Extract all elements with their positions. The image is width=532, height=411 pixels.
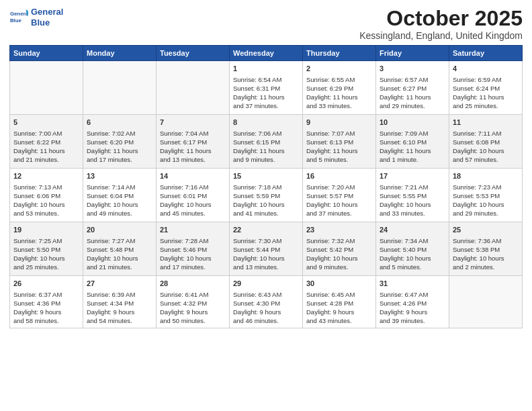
page: General Blue General Blue October 2025 K… [0,0,532,411]
day-info: Sunrise: 7:09 AMSunset: 6:10 PMDaylight:… [380,129,445,164]
weekday-header-cell: Thursday [303,46,376,61]
svg-text:General: General [10,11,28,17]
day-number: 28 [160,279,226,289]
day-info: Sunrise: 6:41 AMSunset: 4:32 PMDaylight:… [160,290,226,325]
day-number: 29 [233,279,299,289]
calendar-week-row: 19Sunrise: 7:25 AMSunset: 5:50 PMDayligh… [10,222,523,276]
day-number: 13 [87,171,152,181]
calendar-day-cell: 5Sunrise: 7:00 AMSunset: 6:22 PMDaylight… [10,115,83,169]
day-info: Sunrise: 6:59 AMSunset: 6:24 PMDaylight:… [453,75,519,110]
calendar-day-cell [83,61,157,115]
day-number: 15 [233,171,299,181]
day-info: Sunrise: 6:39 AMSunset: 4:34 PMDaylight:… [87,290,152,325]
calendar-day-cell: 20Sunrise: 7:27 AMSunset: 5:48 PMDayligh… [83,222,157,276]
weekday-header-cell: Friday [376,46,449,61]
day-info: Sunrise: 6:54 AMSunset: 6:31 PMDaylight:… [233,75,299,110]
calendar-day-cell: 7Sunrise: 7:04 AMSunset: 6:17 PMDaylight… [157,115,230,169]
calendar-day-cell: 17Sunrise: 7:21 AMSunset: 5:55 PMDayligh… [376,169,449,222]
calendar-day-cell: 24Sunrise: 7:34 AMSunset: 5:40 PMDayligh… [376,222,449,276]
day-info: Sunrise: 7:23 AMSunset: 5:53 PMDaylight:… [453,183,519,218]
day-info: Sunrise: 7:11 AMSunset: 6:08 PMDaylight:… [453,129,519,164]
day-number: 12 [13,171,79,181]
day-info: Sunrise: 7:13 AMSunset: 6:06 PMDaylight:… [13,183,79,218]
calendar-day-cell: 31Sunrise: 6:47 AMSunset: 4:26 PMDayligh… [376,276,449,328]
calendar-day-cell: 19Sunrise: 7:25 AMSunset: 5:50 PMDayligh… [10,222,83,276]
calendar-week-row: 12Sunrise: 7:13 AMSunset: 6:06 PMDayligh… [10,169,523,222]
day-number: 9 [306,118,372,128]
weekday-header: SundayMondayTuesdayWednesdayThursdayFrid… [10,46,523,61]
day-info: Sunrise: 7:00 AMSunset: 6:22 PMDaylight:… [13,129,79,164]
weekday-header-cell: Wednesday [230,46,303,61]
day-number: 4 [453,64,519,74]
calendar-day-cell [157,61,230,115]
day-info: Sunrise: 6:43 AMSunset: 4:30 PMDaylight:… [233,290,299,325]
calendar-day-cell: 13Sunrise: 7:14 AMSunset: 6:04 PMDayligh… [83,169,157,222]
calendar-day-cell: 14Sunrise: 7:16 AMSunset: 6:01 PMDayligh… [157,169,230,222]
day-info: Sunrise: 7:28 AMSunset: 5:46 PMDaylight:… [160,236,226,271]
calendar-day-cell: 8Sunrise: 7:06 AMSunset: 6:15 PMDaylight… [230,115,303,169]
day-number: 5 [13,118,79,128]
logo-line2: Blue [31,17,50,28]
day-info: Sunrise: 6:47 AMSunset: 4:26 PMDaylight:… [380,290,445,325]
day-info: Sunrise: 7:18 AMSunset: 5:59 PMDaylight:… [233,183,299,218]
logo-icon: General Blue [9,8,28,27]
logo-line1: General [31,7,63,17]
day-number: 18 [453,171,519,181]
day-number: 23 [306,225,372,235]
day-number: 19 [13,225,79,235]
day-number: 8 [233,118,299,128]
calendar: SundayMondayTuesdayWednesdayThursdayFrid… [9,45,523,328]
calendar-day-cell: 1Sunrise: 6:54 AMSunset: 6:31 PMDaylight… [230,61,303,115]
calendar-body: 1Sunrise: 6:54 AMSunset: 6:31 PMDaylight… [10,61,523,328]
day-info: Sunrise: 7:14 AMSunset: 6:04 PMDaylight:… [87,183,152,218]
day-info: Sunrise: 7:04 AMSunset: 6:17 PMDaylight:… [160,129,226,164]
day-number: 14 [160,171,226,181]
day-info: Sunrise: 7:34 AMSunset: 5:40 PMDaylight:… [380,236,445,271]
calendar-week-row: 1Sunrise: 6:54 AMSunset: 6:31 PMDaylight… [10,61,523,115]
day-info: Sunrise: 7:02 AMSunset: 6:20 PMDaylight:… [87,129,152,164]
day-info: Sunrise: 7:36 AMSunset: 5:38 PMDaylight:… [453,236,519,271]
calendar-day-cell: 12Sunrise: 7:13 AMSunset: 6:06 PMDayligh… [10,169,83,222]
calendar-day-cell: 9Sunrise: 7:07 AMSunset: 6:13 PMDaylight… [303,115,376,169]
day-number: 31 [380,279,445,289]
calendar-week-row: 5Sunrise: 7:00 AMSunset: 6:22 PMDaylight… [10,115,523,169]
svg-text:Blue: Blue [10,17,22,24]
day-number: 17 [380,171,445,181]
calendar-day-cell: 23Sunrise: 7:32 AMSunset: 5:42 PMDayligh… [303,222,376,276]
weekday-header-cell: Sunday [10,46,83,61]
day-info: Sunrise: 7:16 AMSunset: 6:01 PMDaylight:… [160,183,226,218]
day-number: 6 [87,118,152,128]
day-info: Sunrise: 7:20 AMSunset: 5:57 PMDaylight:… [306,183,372,218]
month-title: October 2025 [359,7,523,30]
day-info: Sunrise: 6:57 AMSunset: 6:27 PMDaylight:… [380,75,445,110]
day-info: Sunrise: 7:06 AMSunset: 6:15 PMDaylight:… [233,129,299,164]
day-number: 22 [233,225,299,235]
day-number: 16 [306,171,372,181]
calendar-day-cell: 10Sunrise: 7:09 AMSunset: 6:10 PMDayligh… [376,115,449,169]
day-number: 25 [453,225,519,235]
day-number: 27 [87,279,152,289]
calendar-day-cell: 27Sunrise: 6:39 AMSunset: 4:34 PMDayligh… [83,276,157,328]
day-number: 7 [160,118,226,128]
day-number: 10 [380,118,445,128]
day-number: 20 [87,225,152,235]
calendar-day-cell: 16Sunrise: 7:20 AMSunset: 5:57 PMDayligh… [303,169,376,222]
weekday-header-cell: Saturday [449,46,523,61]
calendar-day-cell: 4Sunrise: 6:59 AMSunset: 6:24 PMDaylight… [449,61,523,115]
logo: General Blue General Blue [9,7,63,28]
day-info: Sunrise: 7:07 AMSunset: 6:13 PMDaylight:… [306,129,372,164]
calendar-day-cell: 21Sunrise: 7:28 AMSunset: 5:46 PMDayligh… [157,222,230,276]
title-block: October 2025 Kessingland, England, Unite… [359,7,523,41]
day-number: 26 [13,279,79,289]
day-number: 3 [380,64,445,74]
calendar-day-cell [10,61,83,115]
calendar-day-cell [449,276,523,328]
calendar-day-cell: 18Sunrise: 7:23 AMSunset: 5:53 PMDayligh… [449,169,523,222]
day-info: Sunrise: 7:27 AMSunset: 5:48 PMDaylight:… [87,236,152,271]
weekday-header-cell: Tuesday [157,46,230,61]
day-info: Sunrise: 7:32 AMSunset: 5:42 PMDaylight:… [306,236,372,271]
calendar-day-cell: 15Sunrise: 7:18 AMSunset: 5:59 PMDayligh… [230,169,303,222]
calendar-day-cell: 6Sunrise: 7:02 AMSunset: 6:20 PMDaylight… [83,115,157,169]
calendar-week-row: 26Sunrise: 6:37 AMSunset: 4:36 PMDayligh… [10,276,523,328]
day-info: Sunrise: 6:55 AMSunset: 6:29 PMDaylight:… [306,75,372,110]
